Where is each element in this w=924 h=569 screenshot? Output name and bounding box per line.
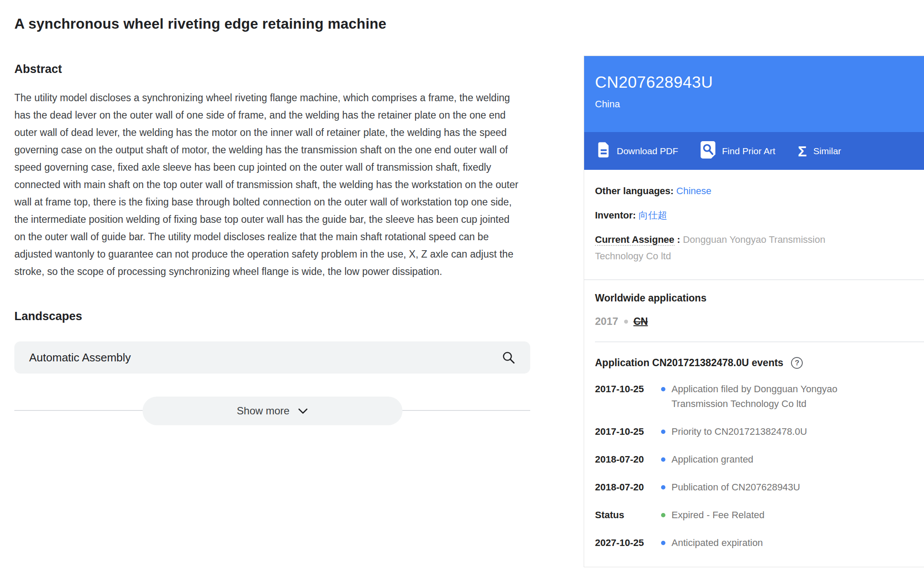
events-heading: Application CN201721382478.0U events: [595, 357, 783, 369]
google-patents-page: { "page": { "title": "A synchronous whee…: [0, 0, 924, 569]
publication-number: CN207628943U: [595, 73, 914, 92]
landscapes-heading: Landscapes: [14, 310, 532, 323]
events-heading-row: Application CN201721382478.0U events ?: [595, 357, 913, 369]
other-languages-label: Other languages:: [595, 185, 674, 196]
patent-card-toolbar: Download PDF Find Prior Art Σ Similar: [584, 132, 924, 170]
show-more-section: Show more: [14, 397, 530, 425]
similar-label: Similar: [813, 146, 841, 156]
prior-art-search-icon: [701, 141, 715, 161]
abstract-heading: Abstract: [14, 63, 532, 76]
other-languages-row: Other languages: Chinese: [595, 183, 859, 199]
sigma-icon: Σ: [798, 144, 807, 159]
event-row: 2027-10-25 Anticipated expiration: [595, 536, 913, 550]
find-prior-art-label: Find Prior Art: [722, 146, 775, 156]
landscape-item-label: Automatic Assembly: [29, 351, 502, 364]
event-text: Application granted: [671, 452, 753, 467]
event-text: Anticipated expiration: [671, 536, 763, 550]
chevron-down-icon: [298, 405, 308, 417]
application-year: 2017: [595, 315, 618, 328]
page-title: A synchronous wheel riveting edge retain…: [14, 16, 532, 32]
current-assignee-label: Current Assignee: [595, 234, 675, 246]
worldwide-applications-heading: Worldwide applications: [595, 292, 913, 304]
assignee-row: Current Assignee : Dongguan Yongyao Tran…: [595, 232, 859, 265]
show-more-label: Show more: [237, 405, 289, 417]
inventor-link[interactable]: 向仕超: [638, 210, 667, 221]
event-text: Expired - Fee Related: [671, 508, 764, 523]
event-date: 2017-10-25: [595, 382, 661, 411]
application-events-section: Application CN201721382478.0U events ? 2…: [584, 342, 924, 550]
patent-card-header: CN207628943U China: [584, 56, 924, 132]
patent-meta-section: Other languages: Chinese Inventor: 向仕超 C…: [584, 170, 924, 279]
event-row: 2018-07-20 Application granted: [595, 452, 913, 467]
inventor-row: Inventor: 向仕超: [595, 207, 859, 224]
event-text: Priority to CN201721382478.0U: [671, 424, 807, 439]
event-dot: [661, 387, 665, 391]
event-row: 2017-10-25 Application filed by Dongguan…: [595, 382, 913, 411]
inventor-label: Inventor:: [595, 210, 636, 221]
event-dot: [661, 430, 665, 434]
event-date: 2027-10-25: [595, 536, 661, 550]
show-more-button[interactable]: Show more: [143, 397, 402, 425]
event-dot: [661, 485, 665, 490]
event-row: 2018-07-20 Publication of CN207628943U: [595, 480, 913, 495]
country-code-link[interactable]: CN: [633, 316, 648, 328]
landscape-item-automatic-assembly[interactable]: Automatic Assembly: [14, 341, 530, 374]
search-icon[interactable]: [502, 351, 515, 364]
abstract-text: The utility model discloses a synchroniz…: [14, 89, 519, 280]
year-separator-dot: [624, 320, 628, 324]
patent-main-column: A synchronous wheel riveting edge retain…: [14, 0, 532, 425]
event-dot: [661, 541, 665, 545]
assignee-separator: :: [675, 234, 683, 245]
other-languages-link[interactable]: Chinese: [676, 185, 711, 196]
pdf-document-icon: [597, 142, 610, 160]
help-circle-icon[interactable]: ?: [791, 357, 803, 369]
worldwide-applications-section: Worldwide applications 2017 CN: [584, 280, 924, 341]
event-row: 2017-10-25 Priority to CN201721382478.0U: [595, 424, 913, 439]
event-row-status: Status Expired - Fee Related: [595, 508, 913, 523]
event-date: 2017-10-25: [595, 424, 661, 439]
event-dot: [661, 513, 665, 517]
download-pdf-button[interactable]: Download PDF: [597, 142, 678, 160]
event-date: Status: [595, 508, 661, 523]
event-date: 2018-07-20: [595, 452, 661, 467]
event-text: Application filed by Dongguan Yongyao Tr…: [671, 382, 880, 411]
event-dot: [661, 457, 665, 462]
publication-country: China: [595, 99, 914, 110]
patent-summary-card: CN207628943U China Download PDF: [584, 56, 924, 567]
download-pdf-label: Download PDF: [617, 146, 678, 156]
event-date: 2018-07-20: [595, 480, 661, 495]
worldwide-applications-row: 2017 CN: [595, 315, 913, 328]
event-text: Publication of CN207628943U: [671, 480, 800, 495]
find-prior-art-button[interactable]: Find Prior Art: [701, 141, 775, 161]
similar-button[interactable]: Σ Similar: [798, 144, 841, 159]
